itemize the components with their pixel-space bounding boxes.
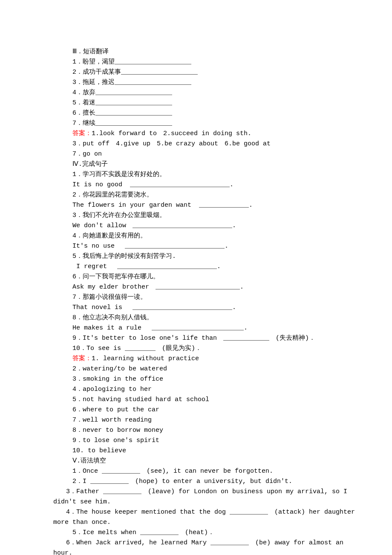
s4-answer-7: 7．well worth reading [34,415,358,425]
section-4-title: Ⅳ.完成句子 [34,159,358,170]
s3-answer-line-2: 3．put off 4.give up 5.be crazy about 6.b… [34,139,358,149]
s3-item-1: 1．盼望，渴望____________________ [34,57,358,67]
s4-q2: 2．你花园里的花需要浇水。 [34,190,358,200]
s4-e5: I regret __________________________. [34,262,358,272]
s3-answer-line-1: 答案：1.look forward to 2.succeed in doing … [34,129,358,139]
s3-answer-1: 1.look forward to 2.succeed in doing sth… [92,130,251,137]
s4-q7: 7．那篇小说很值得一读。 [34,292,358,303]
s5-item-6: 6．When Jack arrived, he learned Mary ___… [34,538,358,555]
s4-e3: We don't allow _________________________… [34,221,358,231]
s4-e7: That novel is __________________________… [34,303,358,313]
answer-label: 答案： [72,130,92,137]
s4-answer-9: 9．to lose one's spirit [34,436,358,446]
s3-answer-line-3: 7．go on [34,149,358,159]
s4-answer-8: 8．never to borrow money [34,425,358,436]
s3-item-5: 5．着迷____________________ [34,98,358,108]
s4-answer-5: 5．not having studied hard at school [34,395,358,405]
s5-item-1: 1．Once __________ (see), it can never be… [34,466,358,477]
s3-item-6: 6．擅长____________________ [34,108,358,119]
s4-answer-3: 3．smoking in the office [34,374,358,384]
s4-q5: 5．我后悔上学的时候没有刻苦学习. [34,251,358,262]
s5-item-2: 2．I __________ (hope) to enter a univers… [34,477,358,487]
s3-item-3: 3．拖延，推迟____________________ [34,78,358,88]
s5-item-4: 4．The house keeper mentioned that the do… [34,507,358,528]
s4-answer-2: 2．watering/to be watered [34,364,358,374]
s4-e1: It is no good __________________________… [34,180,358,190]
section-5-title: Ⅴ.语法填空 [34,456,358,466]
s4-e8: He makes it a rule _____________________… [34,323,358,333]
s5-item-6-text: 6．When Jack arrived, he learned Mary ___… [53,539,347,555]
s3-item-2: 2．成功干成某事____________________ [34,67,358,78]
s5-item-3: 3．Father __________ (leave) for London o… [34,487,358,507]
s5-item-4-text: 4．The house keeper mentioned that the do… [53,509,359,526]
s4-q8: 8．他立志决不向别人借钱。 [34,313,358,323]
s4-extra-10: 10．To see is ________ (眼见为实)． [34,344,358,354]
s5-item-5: 5．Ice melts when __________ (heat)． [34,528,358,538]
s4-answer-4: 4．apologizing to her [34,384,358,395]
s4-q4: 4．向她道歉是没有用的。 [34,231,358,241]
s4-answer-6: 6．where to put the car [34,405,358,415]
s4-q3: 3．我们不允许在办公室里吸烟。 [34,211,358,221]
document-page: Ⅲ．短语翻译 1．盼望，渴望____________________ 2．成功干… [0,0,392,555]
s5-item-3-text: 3．Father __________ (leave) for London o… [53,488,351,506]
s4-e6: Ask my elder brother ___________________… [34,282,358,292]
s3-item-7: 7．继续____________________ [34,119,358,129]
s4-answer-1: 1. learning without practice [92,355,199,362]
s4-e2: The flowers in your garden want ________… [34,200,358,211]
s4-extra-9: 9．It's better to lose one's life than __… [34,333,358,344]
answer-label: 答案： [72,355,92,362]
s4-q1: 1．学习而不实践是没有好处的。 [34,170,358,180]
s4-answer-10: 10. to believe [34,446,358,456]
section-3-title: Ⅲ．短语翻译 [34,47,358,57]
s3-item-4: 4．放弃____________________ [34,88,358,98]
s4-answer-line-1: 答案：1. learning without practice [34,354,358,364]
s4-e4: It's no use __________________________. [34,241,358,251]
s4-q6: 6．问一下我哥把车停在哪儿。 [34,272,358,282]
